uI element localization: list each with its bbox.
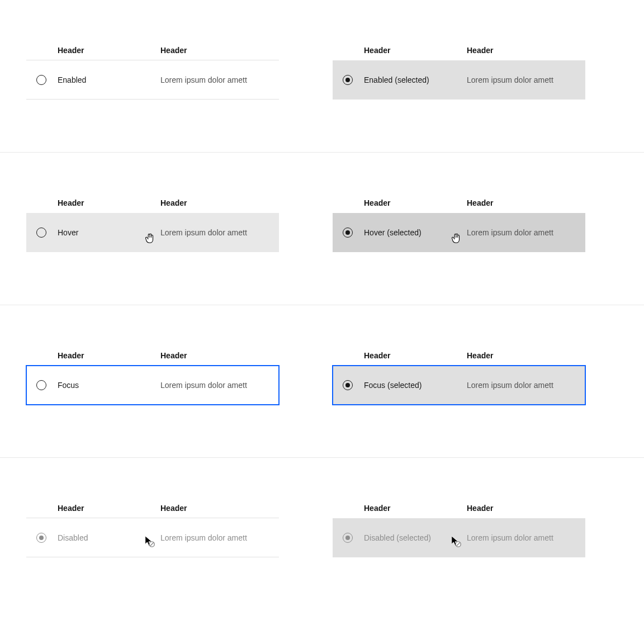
table-hover: Header Header Hover Lorem ipsum dolor am… <box>26 193 279 305</box>
radio-disabled-icon <box>343 533 353 543</box>
row-text: Lorem ipsum dolor amett <box>160 533 279 542</box>
column-header: Header <box>364 351 467 360</box>
column-header: Header <box>364 504 467 513</box>
table-enabled-selected: Header Header Enabled (selected) Lorem i… <box>333 40 585 152</box>
row-text: Lorem ipsum dolor amett <box>467 533 585 542</box>
table-row[interactable]: Enabled Lorem ipsum dolor amett <box>26 60 279 100</box>
radio-selected-icon[interactable] <box>343 380 353 390</box>
table-focus: Header Header Focus Lorem ipsum dolor am… <box>26 345 279 457</box>
radio-icon[interactable] <box>36 228 46 238</box>
row-label: Focus <box>58 381 160 390</box>
table-row: Disabled Lorem ipsum dolor amett <box>26 518 279 557</box>
table-row[interactable]: Enabled (selected) Lorem ipsum dolor ame… <box>333 60 585 100</box>
radio-icon[interactable] <box>36 75 46 85</box>
column-header: Header <box>58 46 160 55</box>
column-header: Header <box>467 198 585 207</box>
table-row: Disabled (selected) Lorem ipsum dolor am… <box>333 518 585 557</box>
row-text: Lorem ipsum dolor amett <box>160 381 279 390</box>
table-disabled: Header Header Disabled Lorem ipsum dolor… <box>26 498 279 610</box>
table-hover-selected: Header Header Hover (selected) Lorem ips… <box>333 193 585 305</box>
column-header: Header <box>364 198 467 207</box>
radio-disabled-icon <box>36 533 46 543</box>
row-label: Hover <box>58 228 160 237</box>
row-label: Focus (selected) <box>364 381 467 390</box>
table-row[interactable]: Hover Lorem ipsum dolor amett <box>26 213 279 252</box>
column-header: Header <box>58 504 160 513</box>
radio-selected-icon[interactable] <box>343 75 353 85</box>
column-header: Header <box>467 46 585 55</box>
column-header: Header <box>160 46 279 55</box>
column-header: Header <box>467 351 585 360</box>
row-label: Enabled (selected) <box>364 75 467 84</box>
row-label: Disabled (selected) <box>364 533 467 542</box>
row-text: Lorem ipsum dolor amett <box>467 75 585 84</box>
row-text: Lorem ipsum dolor amett <box>160 228 279 237</box>
row-label: Hover (selected) <box>364 228 467 237</box>
radio-selected-icon[interactable] <box>343 228 353 238</box>
column-header: Header <box>364 46 467 55</box>
row-text: Lorem ipsum dolor amett <box>467 381 585 390</box>
column-header: Header <box>160 351 279 360</box>
column-header: Header <box>58 198 160 207</box>
table-row[interactable]: Focus (selected) Lorem ipsum dolor amett <box>333 366 585 405</box>
column-header: Header <box>160 198 279 207</box>
row-label: Disabled <box>58 533 160 542</box>
row-text: Lorem ipsum dolor amett <box>467 228 585 237</box>
column-header: Header <box>58 351 160 360</box>
row-text: Lorem ipsum dolor amett <box>160 75 279 84</box>
radio-icon[interactable] <box>36 380 46 390</box>
table-row[interactable]: Hover (selected) Lorem ipsum dolor amett <box>333 213 585 252</box>
table-disabled-selected: Header Header Disabled (selected) Lorem … <box>333 498 585 610</box>
row-label: Enabled <box>58 75 160 84</box>
table-row[interactable]: Focus Lorem ipsum dolor amett <box>26 366 279 405</box>
table-focus-selected: Header Header Focus (selected) Lorem ips… <box>333 345 585 457</box>
table-enabled: Header Header Enabled Lorem ipsum dolor … <box>26 40 279 152</box>
column-header: Header <box>160 504 279 513</box>
column-header: Header <box>467 504 585 513</box>
